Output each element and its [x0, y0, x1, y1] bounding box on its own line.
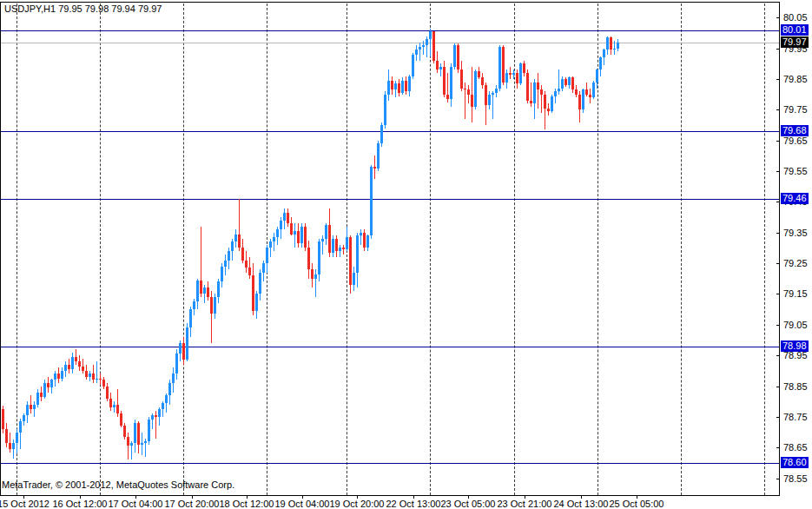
plot-area[interactable]: USDJPY,H1 79.95 79.98 79.94 79.97 MetaTr… — [0, 0, 780, 496]
candle-body — [186, 327, 188, 360]
chart-window: USDJPY,H1 79.95 79.98 79.94 79.97 MetaTr… — [0, 0, 812, 509]
price-tick — [776, 447, 780, 448]
day-separator-line — [100, 3, 101, 495]
candle-body — [471, 95, 473, 107]
candle-body — [259, 273, 261, 294]
day-separator-line — [430, 3, 431, 495]
candle-body — [252, 275, 254, 311]
candle-body — [495, 89, 498, 93]
candle-body — [457, 45, 459, 69]
candle-body — [36, 393, 39, 405]
candle-body — [422, 45, 425, 47]
candle-body — [509, 73, 512, 75]
candle-body — [287, 213, 289, 223]
candle-wick — [96, 361, 97, 383]
candle-body — [78, 361, 81, 367]
candle-body — [408, 76, 411, 91]
candle-body — [460, 69, 463, 89]
candle-body — [335, 239, 338, 251]
price-tick — [776, 109, 780, 110]
candle-body — [96, 379, 98, 380]
price-level-line[interactable] — [1, 131, 779, 132]
candle-body — [12, 443, 15, 449]
candle-body — [394, 83, 397, 89]
level-price-label: 80.01 — [781, 24, 809, 36]
candle-body — [554, 91, 557, 96]
candle-body — [113, 405, 116, 407]
candle-body — [325, 225, 327, 239]
candle-body — [123, 426, 126, 437]
candle-body — [193, 301, 195, 309]
candle-body — [387, 81, 390, 95]
candle-body — [109, 399, 112, 407]
price-tick-label: 78.55 — [783, 473, 808, 485]
candle-body — [162, 403, 164, 409]
candle-body — [241, 248, 244, 261]
time-axis[interactable]: 15 Oct 201216 Oct 12:0017 Oct 04:0017 Oc… — [0, 496, 812, 509]
candle-body — [492, 93, 494, 95]
candle-body — [564, 79, 567, 85]
candle-body — [363, 233, 366, 248]
candle-body — [137, 423, 140, 445]
candle-body — [366, 235, 369, 248]
candle-body — [398, 83, 400, 93]
candle-body — [19, 421, 22, 433]
candle-body — [248, 268, 251, 275]
candle-body — [120, 413, 122, 426]
candle-body — [523, 63, 525, 73]
candle-body — [172, 373, 175, 383]
candle-body — [266, 248, 268, 263]
time-tick-label: 19 Oct 20:00 — [330, 499, 385, 509]
candle-body — [412, 55, 414, 76]
candle-body — [75, 357, 77, 361]
candle-body — [280, 221, 282, 229]
candle-body — [300, 227, 303, 243]
candle-body — [544, 95, 546, 109]
candle-body — [540, 89, 543, 95]
candle-body — [165, 395, 168, 403]
candle-body — [512, 73, 515, 75]
candle-body — [453, 45, 456, 67]
candle-body — [578, 95, 581, 109]
candle-body — [148, 420, 150, 441]
price-tick — [776, 79, 780, 80]
candle-body — [432, 31, 435, 61]
day-separator-line — [183, 3, 184, 495]
price-level-line[interactable] — [1, 463, 779, 464]
level-price-label: 79.46 — [781, 193, 809, 204]
candle-body — [64, 365, 67, 371]
candle-body — [276, 229, 279, 237]
price-level-line[interactable] — [1, 199, 779, 200]
price-axis[interactable]: 80.0579.9579.8579.7579.6579.5579.4579.35… — [780, 0, 812, 496]
candle-body — [175, 354, 178, 373]
candle-body — [439, 67, 442, 69]
day-separator-line — [17, 3, 17, 495]
candle-body — [189, 309, 192, 327]
candle-body — [255, 294, 258, 311]
candle-body — [210, 297, 213, 314]
candle-body — [519, 63, 522, 83]
candle-body — [530, 101, 532, 103]
candle-body — [130, 443, 133, 446]
candle-body — [332, 239, 334, 253]
candle-body — [589, 95, 591, 97]
candle-body — [144, 441, 147, 443]
candle-body — [127, 437, 129, 446]
candle-body — [151, 415, 154, 420]
price-level-line[interactable] — [1, 347, 779, 347]
price-tick — [776, 171, 780, 172]
price-tick — [776, 387, 780, 387]
candle-body — [283, 213, 286, 221]
candle-body — [234, 235, 237, 241]
candle-body — [262, 263, 265, 273]
candle-body — [377, 143, 380, 169]
candle-wick — [538, 73, 538, 109]
candle-body — [33, 405, 36, 409]
candle-body — [443, 67, 446, 95]
candle-body — [384, 95, 386, 125]
candle-body — [221, 267, 223, 281]
price-level-line[interactable] — [1, 30, 779, 31]
candle-body — [82, 367, 84, 371]
time-tick-label: 23 Oct 05:00 — [441, 499, 496, 509]
candle-body — [290, 223, 293, 235]
